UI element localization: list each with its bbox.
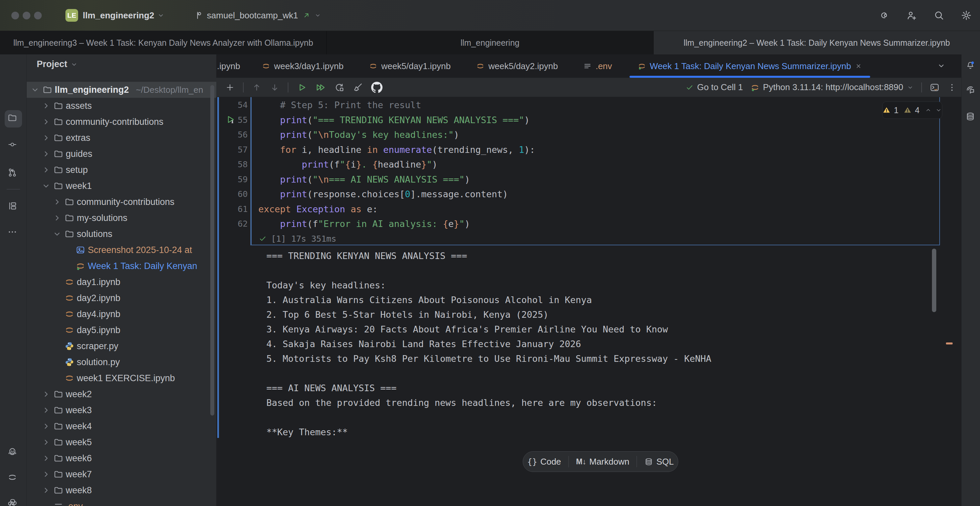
ai-chat-tool-icon[interactable] — [965, 85, 975, 95]
ai-assistant-icon[interactable] — [878, 10, 890, 21]
tree-item[interactable]: Week 1 Task: Daily Kenyan — [27, 258, 216, 274]
add-code-cell-button[interactable]: {} Code — [527, 457, 561, 467]
tree-item[interactable]: my-solutions — [27, 210, 216, 226]
editor-tab[interactable]: .ipynb — [216, 54, 249, 78]
output-scrollbar[interactable] — [932, 249, 936, 312]
push-arrow-icon — [302, 11, 311, 20]
kernel-selector[interactable]: Python 3.11.14: http://localhost:8890 — [750, 82, 914, 92]
jupyter-icon — [64, 325, 75, 335]
hidden-tabs-chevron-icon[interactable] — [937, 61, 946, 70]
tree-item[interactable]: solution.py — [27, 354, 216, 370]
restart-kernel-icon[interactable] — [334, 82, 344, 93]
python-console-tool-icon[interactable] — [7, 498, 18, 506]
tree-item[interactable]: week1 EXERCISE.ipynb — [27, 370, 216, 386]
tree-item[interactable]: scraper.py — [27, 338, 216, 354]
jupyter-running-icon — [638, 62, 646, 70]
database-tool-icon[interactable] — [965, 111, 975, 121]
code-token: "=== TRENDING KENYAN NEWS ANALYSIS ===" — [313, 115, 524, 125]
tree-item[interactable]: day1.ipynb — [27, 274, 216, 290]
tree-item[interactable]: week1 — [27, 178, 216, 194]
project-tool-icon[interactable] — [7, 113, 18, 123]
tree-item[interactable]: Screenshot 2025-10-24 at — [27, 242, 216, 258]
tree-item[interactable]: llm_engineering2~/Desktop/llm_en — [27, 82, 216, 98]
go-to-cell-button[interactable]: Go to Cell 1 — [685, 82, 743, 92]
editor-tab[interactable]: week5/day2.ipynb — [463, 54, 570, 78]
structure-tool-icon[interactable] — [7, 201, 18, 211]
prev-problem-icon[interactable] — [924, 107, 932, 114]
code-token: } — [421, 159, 426, 170]
move-cell-down-icon[interactable] — [270, 83, 280, 92]
run-cell-icon[interactable] — [296, 82, 307, 93]
move-cell-up-icon[interactable] — [252, 83, 262, 92]
tree-item[interactable]: guides — [27, 146, 216, 162]
code-token: i, headline — [296, 145, 367, 155]
notifications-bell-icon[interactable] — [965, 60, 975, 70]
commit-tool-icon[interactable] — [7, 140, 18, 150]
project-scrollbar[interactable] — [210, 85, 214, 415]
code-token: "Error in AI analysis: — [318, 219, 443, 229]
code-token: ].message.content) — [410, 189, 508, 199]
tree-item[interactable]: day4.ipynb — [27, 306, 216, 322]
error-stripe-mark[interactable] — [946, 342, 953, 344]
add-cell-icon[interactable] — [225, 83, 235, 92]
more-tools-icon[interactable] — [7, 227, 18, 237]
github-icon[interactable] — [371, 82, 382, 93]
add-user-icon[interactable] — [906, 10, 917, 21]
tree-item[interactable]: week4 — [27, 418, 216, 434]
tree-item[interactable]: assets — [27, 98, 216, 114]
tree-item[interactable]: day5.ipynb — [27, 322, 216, 338]
code-token — [258, 219, 280, 229]
project-switcher[interactable]: llm_engineering2 — [78, 10, 165, 21]
jupyter-tool-icon[interactable] — [7, 472, 18, 482]
tree-item[interactable]: community-contributions — [27, 194, 216, 210]
addbar-divider — [568, 456, 569, 467]
code-token: { — [345, 159, 350, 170]
window-tab[interactable]: llm_engineering2 – Week 1 Task: Daily Ke… — [654, 31, 980, 54]
code-token: except — [258, 204, 291, 214]
tree-item-label: .env — [66, 501, 83, 506]
zoom-window-button[interactable] — [34, 12, 42, 19]
close-window-button[interactable] — [11, 12, 19, 19]
settings-gear-icon[interactable] — [961, 10, 972, 21]
tree-item[interactable]: week3 — [27, 402, 216, 418]
code-line: print(f"{i}. {headline}") — [258, 157, 438, 172]
pull-requests-tool-icon[interactable] — [7, 167, 18, 178]
tree-item[interactable]: week7 — [27, 466, 216, 482]
jupyter-console-icon[interactable] — [929, 82, 940, 93]
jupyter-icon — [476, 62, 485, 70]
tree-item[interactable]: week6 — [27, 450, 216, 466]
editor-tab[interactable]: .env — [570, 54, 625, 78]
huggingface-tool-icon[interactable] — [7, 447, 18, 457]
chevron-right-icon — [41, 133, 51, 143]
code-token: e — [448, 219, 453, 229]
tree-item[interactable]: day2.ipynb — [27, 290, 216, 306]
tree-item[interactable]: solutions — [27, 226, 216, 242]
project-panel-header[interactable]: Project — [37, 59, 78, 69]
chevron-right-icon — [41, 117, 51, 127]
next-problem-icon[interactable] — [935, 107, 942, 114]
window-tab[interactable]: llm_engineering3 – Week 1 Task: Kenyan D… — [0, 31, 327, 54]
toolbar-divider — [921, 83, 922, 92]
run-all-cells-icon[interactable] — [315, 82, 326, 93]
editor-tab[interactable]: week3/day1.ipynb — [249, 54, 356, 78]
vcs-widget[interactable]: samuel_bootcamp_wk1 — [194, 10, 321, 21]
tree-item[interactable]: week8 — [27, 482, 216, 498]
add-sql-cell-button[interactable]: SQL — [644, 457, 674, 467]
editor-tab[interactable]: week5/day1.ipynb — [356, 54, 463, 78]
add-markdown-cell-button[interactable]: M↓ Markdown — [576, 457, 630, 467]
tree-item[interactable]: setup — [27, 162, 216, 178]
window-tab[interactable]: llm_engineering — [327, 31, 654, 54]
search-icon[interactable] — [933, 10, 945, 21]
clear-outputs-icon[interactable] — [353, 82, 363, 93]
tree-item[interactable]: .env — [27, 498, 216, 506]
inspections-widget[interactable]: 1 4 — [882, 102, 942, 119]
editor-tab-active[interactable]: Week 1 Task: Daily Kenyan News Summarize… — [625, 54, 875, 78]
kebab-menu-icon[interactable] — [947, 83, 957, 92]
tree-item[interactable]: week5 — [27, 434, 216, 450]
tree-item[interactable]: extras — [27, 130, 216, 146]
tree-item[interactable]: community-contributions — [27, 114, 216, 130]
code-token: print — [280, 129, 307, 140]
close-icon — [855, 62, 862, 70]
tree-item[interactable]: week2 — [27, 386, 216, 402]
minimize-window-button[interactable] — [23, 12, 30, 19]
